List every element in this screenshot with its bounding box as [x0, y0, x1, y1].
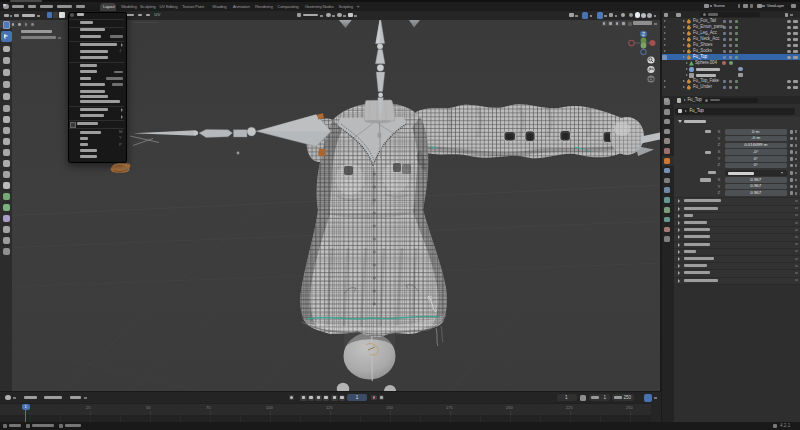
svg-text:Z: Z [642, 31, 645, 37]
